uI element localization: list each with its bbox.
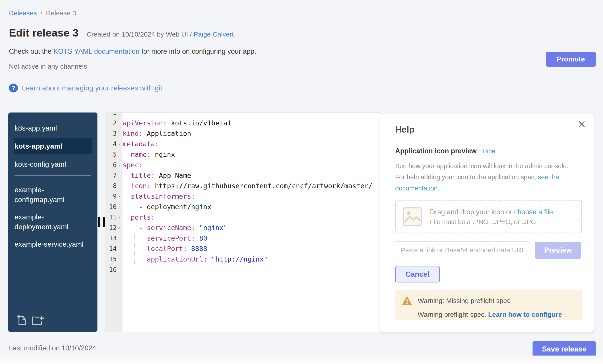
author-link[interactable]: Paige Calvert	[194, 31, 234, 38]
warning-body-text: Warning preflight-spec.	[418, 311, 488, 318]
file-item-example-configmap.yaml[interactable]: example-configmap.yaml	[14, 182, 92, 207]
code-line-11: ports:	[123, 212, 380, 222]
question-mark-icon: ?	[9, 84, 18, 92]
save-release-button[interactable]: Save release	[533, 341, 596, 357]
warning-body: Warning preflight-spec. Learn how to con…	[402, 311, 574, 318]
gutter-line-6: 6▾	[105, 160, 122, 170]
folder-plus-icon	[32, 315, 44, 325]
file-plus-icon	[17, 315, 27, 325]
description-period: .	[438, 185, 439, 192]
file-item-example-service.yaml[interactable]: example-service.yaml	[14, 237, 92, 252]
file-tree: k8s-app.yamlkots-app.yamlkots-config.yam…	[14, 121, 92, 254]
fold-arrow-icon[interactable]: ▾	[117, 142, 122, 146]
bottom-fade	[0, 355, 603, 364]
gutter-line-3: 3	[105, 128, 122, 139]
code-line-12: - serviceName: "nginx"	[123, 222, 380, 233]
sidebar-resize-handle[interactable]	[98, 217, 105, 227]
code-line-7: title: App Name	[123, 170, 380, 181]
gutter-line-8: 8	[105, 181, 122, 191]
icon-preview-description: See how your application icon will look …	[395, 160, 571, 194]
gutter-line-11: 11▾	[105, 212, 122, 222]
code-line-2: apiVersion: kots.io/v1beta1	[123, 118, 380, 128]
hide-link[interactable]: Hide	[482, 148, 495, 155]
gutter-line-12: 12▾	[105, 222, 122, 233]
breadcrumb: Releases / Release 3	[9, 9, 594, 17]
icon-dropzone[interactable]: Drag and drop your icon or choose a file…	[395, 200, 582, 233]
gutter-line-16: 16	[105, 265, 122, 275]
dropzone-text-prefix: Drag and drop your icon or	[430, 208, 514, 216]
code-line-10: - deployment/nginx	[123, 202, 380, 212]
code-line-15: applicationUrl: "http://nginx"	[123, 254, 380, 265]
gutter-line-9: 9▾	[105, 191, 122, 202]
help-panel: ✕ Help Application icon preview Hide See…	[380, 114, 594, 332]
editor-code-area[interactable]: ---apiVersion: kots.io/v1beta1kind: Appl…	[123, 112, 380, 332]
gutter-line-14: 14	[105, 243, 122, 254]
fold-arrow-icon[interactable]: ▾	[117, 163, 122, 167]
preflight-warning: Warning: Missing preflight spec Warning …	[395, 290, 582, 320]
page-header: Releases / Release 3 Edit release 3 Crea…	[0, 0, 603, 92]
created-info: Created on 10/10/2024 by Web UI / Paige …	[87, 31, 234, 38]
gutter-line-10: 10	[105, 202, 122, 212]
doc-hint-prefix: Check out the	[9, 47, 54, 55]
file-item-example-deployment.yaml[interactable]: example-deployment.yaml	[14, 210, 92, 234]
breadcrumb-releases-link[interactable]: Releases	[9, 9, 37, 17]
channel-status: Not active in any channels	[9, 63, 594, 70]
code-line-8: icon: https://raw.githubusercontent.com/…	[123, 181, 380, 191]
page-title: Edit release 3	[9, 27, 79, 39]
close-icon[interactable]: ✕	[577, 119, 586, 129]
help-title: Help	[395, 124, 581, 134]
gutter-line-5: 5	[105, 149, 122, 160]
created-text: Created on 10/10/2024 by Web UI /	[87, 31, 194, 38]
file-item-kots-app.yaml[interactable]: kots-app.yaml	[14, 138, 92, 154]
gutter-line-4: 4▾	[105, 139, 122, 149]
icon-preview-title: Application icon preview	[395, 147, 476, 155]
new-folder-button[interactable]	[32, 315, 44, 326]
warning-triangle-icon	[402, 296, 412, 305]
gutter-line-1: 1	[105, 112, 122, 118]
warning-title: Warning: Missing preflight spec	[418, 297, 510, 305]
code-line-1: ---	[123, 112, 380, 118]
file-group-divider	[14, 175, 91, 176]
sidebar-bottom	[14, 310, 92, 326]
file-item-kots-config.yaml[interactable]: kots-config.yaml	[14, 157, 92, 172]
workspace: k8s-app.yamlkots-app.yamlkots-config.yam…	[0, 112, 603, 332]
yaml-editor[interactable]: 1234▾56▾789▾1011▾12▾13141516 ---apiVersi…	[105, 112, 380, 332]
code-line-3: kind: Application	[123, 128, 380, 139]
breadcrumb-separator: /	[40, 9, 42, 17]
fold-arrow-icon[interactable]: ▾	[117, 195, 122, 199]
dropzone-text: Drag and drop your icon or choose a file	[430, 208, 553, 216]
gutter-line-2: 2	[105, 118, 122, 128]
git-releases-link[interactable]: Learn about managing your releases with …	[22, 84, 162, 92]
cancel-button[interactable]: Cancel	[395, 266, 440, 282]
preview-button[interactable]: Preview	[535, 242, 581, 259]
promote-button[interactable]: Promote	[546, 52, 596, 66]
code-line-5: name: nginx	[123, 149, 380, 160]
gutter-line-13: 13	[105, 233, 122, 243]
choose-file-link[interactable]: choose a file	[514, 208, 553, 216]
fold-arrow-icon[interactable]: ▾	[117, 215, 122, 220]
code-line-4: metadata:	[123, 139, 380, 149]
indent-guide	[134, 233, 135, 265]
code-line-16	[123, 265, 380, 275]
new-file-button[interactable]	[17, 315, 27, 326]
last-modified: Last modified on 10/10/2024	[9, 344, 96, 352]
code-line-6: spec:	[123, 160, 380, 170]
file-item-k8s-app.yaml[interactable]: k8s-app.yaml	[14, 121, 92, 136]
dropzone-requirements: File must be a .PNG, .JPEG, or .JPG	[430, 218, 553, 226]
code-line-13: servicePort: 80	[123, 233, 380, 243]
doc-hint-suffix: for more info on configuring your app.	[139, 47, 256, 55]
gutter-line-15: 15	[105, 254, 122, 265]
file-sidebar: k8s-app.yamlkots-app.yamlkots-config.yam…	[8, 112, 97, 332]
gutter-line-7: 7	[105, 170, 122, 181]
kots-yaml-doc-link[interactable]: KOTS YAML documentation	[54, 47, 139, 55]
icon-url-input[interactable]	[395, 242, 529, 259]
fold-arrow-icon[interactable]: ▾	[117, 226, 122, 230]
code-line-9: statusInformers:	[123, 191, 380, 202]
breadcrumb-current: Release 3	[46, 9, 76, 17]
code-line-14: localPort: 8888	[123, 243, 380, 254]
doc-hint: Check out the KOTS YAML documentation fo…	[9, 47, 594, 55]
sidebar-bottom-divider	[14, 310, 91, 310]
image-placeholder-icon	[403, 207, 422, 226]
learn-configure-link[interactable]: Learn how to configure	[488, 311, 562, 318]
